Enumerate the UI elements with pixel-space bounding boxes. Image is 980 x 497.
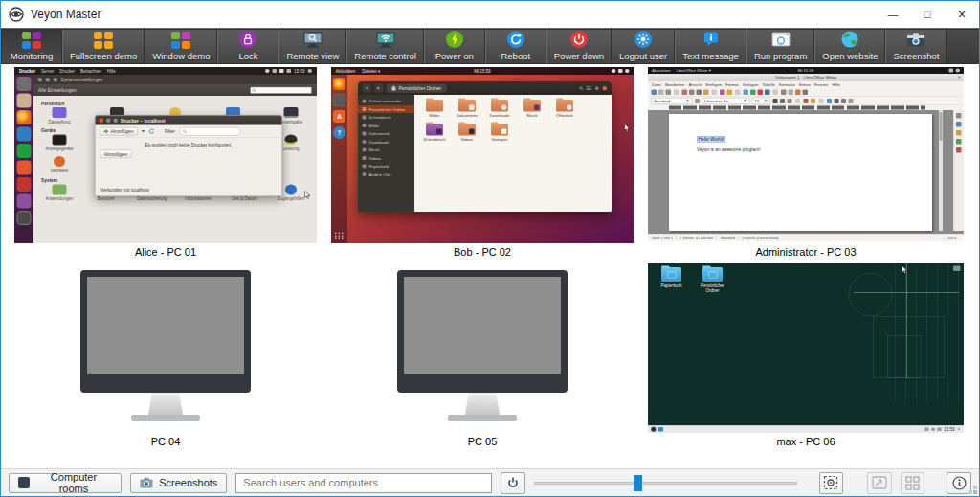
lock-icon bbox=[238, 30, 257, 49]
max-tray: 15:59 bbox=[925, 427, 961, 432]
statusbar: Computer rooms Screenshots bbox=[1, 468, 979, 496]
files-minimize-icon bbox=[595, 86, 599, 90]
folder-item: Schreibtisch bbox=[419, 124, 450, 142]
document-body-text: Veyon is an awesome program! bbox=[697, 147, 932, 153]
sidebar-item: Papierkorb bbox=[358, 163, 414, 170]
files-sidebar: Zuletzt verwendet Persönlicher Ordner Sc… bbox=[358, 95, 414, 212]
text-message-icon bbox=[702, 30, 721, 49]
writer-formatting-toolbar: Standard Liberation Se 12 bbox=[648, 97, 964, 105]
toolbar-label: Remote view bbox=[286, 51, 339, 61]
toolbar-button-run-program[interactable]: Run program bbox=[746, 29, 814, 64]
toolbar-button-fullscreen-demo[interactable]: Fullscreen demo bbox=[62, 29, 145, 64]
folder-item: Videos bbox=[452, 124, 482, 142]
sidebar-item-active: Persönlicher Ordner bbox=[358, 105, 414, 113]
computer-rooms-button[interactable]: Computer rooms bbox=[9, 473, 122, 493]
bob-clock: Mi 15:59 bbox=[331, 69, 634, 74]
alice-clock: 15:59 bbox=[294, 69, 304, 74]
resize-grip[interactable] bbox=[973, 490, 977, 494]
toolbar-button-reboot[interactable]: Reboot bbox=[485, 29, 546, 64]
toolbar-button-screenshot[interactable]: Screenshot bbox=[885, 29, 947, 64]
firefox-icon bbox=[333, 78, 345, 90]
window-demo-icon bbox=[171, 32, 190, 49]
toolbar-button-power-on[interactable]: Power on bbox=[424, 29, 485, 64]
computer-pc04[interactable]: PC 04 bbox=[14, 263, 317, 447]
computer-administrator-pc03[interactable]: Aktivitäten LibreOffice Writer ▾ Mi 15:5… bbox=[648, 67, 964, 258]
bob-desktop: Aktivitäten Dateien ▾ Mi 15:59 A ? bbox=[331, 67, 634, 243]
offline-monitor-icon bbox=[397, 270, 568, 421]
toolbar-button-open-website[interactable]: Open website bbox=[814, 29, 885, 64]
screenshots-button[interactable]: Screenshots bbox=[130, 473, 227, 493]
document-heading: Hello World! bbox=[697, 136, 725, 143]
computer-max-pc06[interactable]: Papierkorb Persönlicher Ordner bbox=[648, 263, 964, 447]
remote-mouse-cursor bbox=[304, 191, 311, 200]
aspect-ratio-button[interactable] bbox=[867, 472, 892, 494]
computer-bob-pc02[interactable]: Aktivitäten Dateien ▾ Mi 15:59 A ? bbox=[331, 67, 634, 258]
remote-mouse-cursor bbox=[624, 124, 631, 133]
slider-track bbox=[534, 482, 797, 485]
toolbar-button-power-down[interactable]: Power down bbox=[546, 29, 612, 64]
taskbar-app-icon bbox=[658, 427, 663, 432]
max-desktop: Papierkorb Persönlicher Ordner bbox=[648, 263, 964, 433]
toolbar-button-window-demo[interactable]: Window demo bbox=[145, 29, 217, 64]
computer-label: max - PC 06 bbox=[648, 433, 964, 447]
toolbar-button-logout-user[interactable]: Logout user bbox=[612, 29, 675, 64]
custom-arrangement-button[interactable] bbox=[901, 472, 925, 494]
maximize-button[interactable]: □ bbox=[910, 1, 945, 28]
bob-dock: A ? bbox=[331, 75, 347, 243]
toolbar-button-text-message[interactable]: Text message bbox=[675, 29, 746, 64]
writer-menubar: DateiBearbeitenAnsichtEinfügenFormatVorl… bbox=[648, 81, 964, 88]
power-down-icon bbox=[569, 30, 589, 49]
bob-files-window: Persönlicher Ordner Zulet bbox=[358, 81, 612, 212]
bob-topbar: Aktivitäten Dateien ▾ Mi 15:59 bbox=[331, 67, 634, 75]
alice-settings-search bbox=[250, 86, 312, 94]
search-input[interactable] bbox=[235, 473, 492, 493]
about-button[interactable] bbox=[947, 472, 971, 494]
toolbar-button-remote-control[interactable]: Remote control bbox=[346, 29, 423, 64]
power-filter-button[interactable] bbox=[501, 472, 525, 494]
sidebar-item: Bilder bbox=[358, 122, 414, 129]
open-website-icon bbox=[840, 30, 859, 49]
monitor-wifi-icon bbox=[375, 30, 396, 49]
toolbar-label: Lock bbox=[238, 51, 257, 61]
toolbar-label: Window demo bbox=[152, 51, 210, 61]
refresh-icon bbox=[148, 128, 155, 135]
toolbar-button-lock[interactable]: Lock bbox=[217, 29, 278, 64]
sidebar-item: Andere Orte bbox=[358, 170, 414, 178]
run-program-icon bbox=[770, 30, 791, 49]
folder-item: Vorlagen bbox=[484, 124, 515, 142]
font-name-combo: Liberation Se bbox=[702, 98, 750, 104]
toolbar-label: Run program bbox=[754, 51, 807, 61]
settings-item: Anzeigegeräte bbox=[41, 135, 78, 152]
writer-titlebar: Unbenannt 1 - LibreOffice Writer ✕ bbox=[648, 74, 964, 81]
computer-screen-alice: Drucker Server Drucker Betrachten Hilfe … bbox=[14, 67, 317, 243]
screenshots-icon bbox=[140, 477, 153, 488]
printer-filter-input bbox=[179, 127, 240, 136]
offline-monitor-icon bbox=[80, 270, 251, 421]
sidebar-item: Downloads bbox=[358, 138, 414, 146]
logout-user-icon bbox=[634, 30, 653, 49]
computer-screen-pc04 bbox=[14, 263, 317, 433]
auto-fit-button[interactable] bbox=[819, 472, 844, 494]
computer-pc05[interactable]: PC 05 bbox=[331, 263, 634, 447]
writer-page: Hello World! Veyon is an awesome program… bbox=[669, 114, 932, 231]
folder-item: Öffentlich bbox=[549, 100, 580, 118]
remote-mouse-cursor bbox=[902, 265, 908, 275]
close-button[interactable]: ✕ bbox=[945, 1, 979, 28]
settings-item: Anwendungen bbox=[41, 185, 78, 202]
minimize-button[interactable]: — bbox=[876, 1, 910, 28]
thumbnail-size-slider[interactable] bbox=[534, 474, 797, 491]
back-icon bbox=[363, 84, 371, 93]
toolbar-empty-area bbox=[947, 29, 979, 64]
power-icon bbox=[506, 476, 520, 489]
computer-alice-pc01[interactable]: Drucker Server Drucker Betrachten Hilfe … bbox=[14, 67, 317, 258]
computer-label: Administrator - PC 03 bbox=[648, 243, 964, 258]
info-icon bbox=[952, 476, 967, 490]
computer-label: Alice - PC 01 bbox=[14, 243, 317, 258]
files-search-icon bbox=[580, 87, 583, 90]
toolbar-button-monitoring[interactable]: Monitoring bbox=[1, 29, 62, 64]
power-on-icon bbox=[445, 30, 464, 49]
toolbar-button-remote-view[interactable]: Remote view bbox=[278, 29, 346, 64]
terminal-icon bbox=[333, 94, 345, 106]
slider-handle[interactable] bbox=[634, 475, 642, 491]
monitor-magnifier-icon bbox=[302, 30, 323, 49]
